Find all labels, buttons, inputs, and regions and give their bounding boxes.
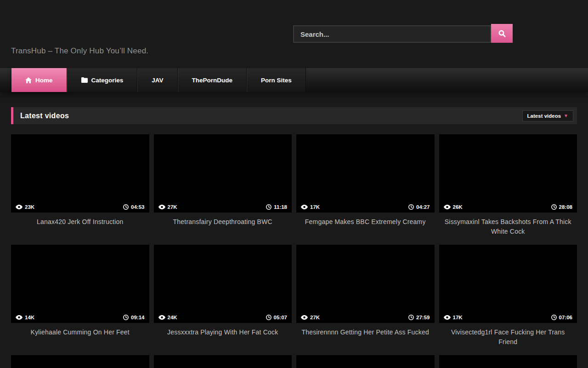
view-count: 17K xyxy=(310,204,320,210)
nav-tab-label: Porn Sites xyxy=(261,77,292,84)
nav-tab-theporndude[interactable]: ThePornDude xyxy=(178,68,247,92)
search-form xyxy=(293,24,513,43)
video-card[interactable]: 27K 11:18 Thetransfairy Deepthroating BW… xyxy=(154,134,292,245)
video-title[interactable]: Sissymaxinl Takes Backshots From A Thick… xyxy=(439,213,577,236)
views-meta: 26K xyxy=(444,204,463,210)
duration-value: 11:18 xyxy=(274,204,287,210)
views-meta: 17K xyxy=(301,204,320,210)
top-header: TransHub – The Only Hub You’ll Need. xyxy=(0,0,588,68)
home-icon xyxy=(25,77,32,83)
thumbnail-meta-bar: 26K 28:08 xyxy=(439,201,577,213)
eye-icon xyxy=(16,205,23,209)
video-thumbnail[interactable] xyxy=(439,355,577,368)
thumbnail-meta-bar: 17K 07:06 xyxy=(439,312,577,323)
clock-icon xyxy=(551,315,557,320)
clock-icon xyxy=(408,204,414,210)
nav-tab-porn-sites[interactable]: Porn Sites xyxy=(247,68,306,92)
duration-meta: 11:18 xyxy=(266,204,287,210)
duration-meta: 04:27 xyxy=(408,204,430,210)
video-thumbnail[interactable]: 27K 27:59 xyxy=(296,245,435,323)
nav-tab-jav[interactable]: JAV xyxy=(137,68,177,92)
duration-meta: 27:59 xyxy=(408,315,430,320)
clock-icon xyxy=(266,315,271,320)
thumbnail-meta-bar: 27K 11:18 xyxy=(154,201,292,213)
video-thumbnail[interactable]: 24K 05:07 xyxy=(154,245,292,323)
nav-tab-home[interactable]: Home xyxy=(11,68,67,92)
duration-meta: 09:14 xyxy=(123,315,144,320)
video-card[interactable]: 26K 28:08 Sissymaxinl Takes Backshots Fr… xyxy=(439,134,577,245)
video-title[interactable]: Thetransfairy Deepthroating BWC xyxy=(154,213,292,227)
search-input[interactable] xyxy=(293,25,491,43)
video-thumbnail[interactable]: 14K 09:14 xyxy=(11,245,149,323)
video-card[interactable]: 24K 05:07 Jessxxxtra Playing With Her Fa… xyxy=(154,245,292,355)
video-title[interactable]: Jessxxxtra Playing With Her Fat Cock xyxy=(154,323,292,337)
video-thumbnail[interactable]: 17K 07:06 xyxy=(439,245,577,323)
clock-icon xyxy=(123,315,129,320)
video-thumbnail[interactable] xyxy=(296,355,435,368)
view-count: 24K xyxy=(168,315,177,320)
views-meta: 23K xyxy=(16,204,34,210)
clock-icon xyxy=(408,315,414,320)
duration-meta: 07:06 xyxy=(551,315,572,320)
thumbnail-meta-bar: 24K 05:07 xyxy=(154,312,292,323)
duration-value: 05:07 xyxy=(274,315,287,320)
video-card-partial[interactable] xyxy=(296,355,435,368)
nav-tab-categories[interactable]: Categories xyxy=(67,68,138,92)
duration-value: 07:06 xyxy=(559,315,572,320)
video-thumbnail[interactable]: 26K 28:08 xyxy=(439,134,577,213)
video-card[interactable]: 17K 07:06 Vivisectedg1rl Face Fucking He… xyxy=(439,245,577,355)
duration-value: 09:14 xyxy=(131,315,144,320)
duration-value: 04:53 xyxy=(131,204,144,210)
video-title[interactable]: Lanax420 Jerk Off Instruction xyxy=(11,213,149,227)
main-content: Latest videos Latest videos ▼ 23K xyxy=(11,107,577,368)
thumbnail-meta-bar: 14K 09:14 xyxy=(11,312,149,323)
video-thumbnail[interactable] xyxy=(11,355,149,368)
video-card[interactable]: 27K 27:59 Thesirennnn Getting Her Petite… xyxy=(296,245,435,355)
views-meta: 24K xyxy=(158,315,177,320)
sort-dropdown[interactable]: Latest videos ▼ xyxy=(522,110,573,121)
folder-icon xyxy=(81,77,88,83)
thumbnail-meta-bar: 23K 04:53 xyxy=(11,201,149,213)
video-thumbnail[interactable] xyxy=(154,355,292,368)
video-card-partial[interactable] xyxy=(154,355,292,368)
view-count: 17K xyxy=(453,315,463,320)
clock-icon xyxy=(551,204,557,210)
search-icon xyxy=(498,29,506,38)
clock-icon xyxy=(123,204,129,210)
sort-dropdown-label: Latest videos xyxy=(527,113,561,119)
nav-tab-label: Home xyxy=(35,77,53,84)
video-card[interactable]: 14K 09:14 Kyliehaale Cumming On Her Feet xyxy=(11,245,149,355)
view-count: 23K xyxy=(25,204,34,210)
video-card-partial[interactable] xyxy=(439,355,577,368)
video-thumbnail[interactable]: 23K 04:53 xyxy=(11,134,149,213)
section-header: Latest videos Latest videos ▼ xyxy=(11,107,577,124)
duration-value: 27:59 xyxy=(416,315,430,320)
nav-tab-label: Categories xyxy=(91,77,124,84)
video-title[interactable]: Thesirennnn Getting Her Petite Ass Fucke… xyxy=(296,323,435,337)
nav-tab-label: ThePornDude xyxy=(192,77,233,84)
view-count: 27K xyxy=(310,315,320,320)
main-navbar: Home Categories JAV ThePornDude Porn Sit… xyxy=(0,68,588,92)
view-count: 27K xyxy=(168,204,177,210)
views-meta: 27K xyxy=(158,204,177,210)
video-card[interactable]: 17K 04:27 Femgape Makes BBC Extremely Cr… xyxy=(296,134,435,245)
duration-meta: 05:07 xyxy=(266,315,287,320)
duration-value: 28:08 xyxy=(559,204,572,210)
video-title[interactable]: Vivisectedg1rl Face Fucking Her Trans Fr… xyxy=(439,323,577,347)
video-card[interactable]: 23K 04:53 Lanax420 Jerk Off Instruction xyxy=(11,134,149,245)
video-thumbnail[interactable]: 27K 11:18 xyxy=(154,134,292,213)
views-meta: 14K xyxy=(16,315,34,320)
views-meta: 27K xyxy=(301,315,320,320)
search-button[interactable] xyxy=(491,24,513,43)
video-title[interactable]: Femgape Makes BBC Extremely Creamy xyxy=(296,213,435,227)
view-count: 14K xyxy=(25,315,34,320)
video-card-partial[interactable] xyxy=(11,355,149,368)
views-meta: 17K xyxy=(444,315,463,320)
section-title: Latest videos xyxy=(20,112,69,120)
chevron-down-icon: ▼ xyxy=(564,114,568,118)
eye-icon xyxy=(158,205,165,209)
video-title[interactable]: Kyliehaale Cumming On Her Feet xyxy=(11,323,149,337)
view-count: 26K xyxy=(453,204,463,210)
video-thumbnail[interactable]: 17K 04:27 xyxy=(296,134,435,213)
video-grid: 23K 04:53 Lanax420 Jerk Off Instruction xyxy=(11,134,577,368)
